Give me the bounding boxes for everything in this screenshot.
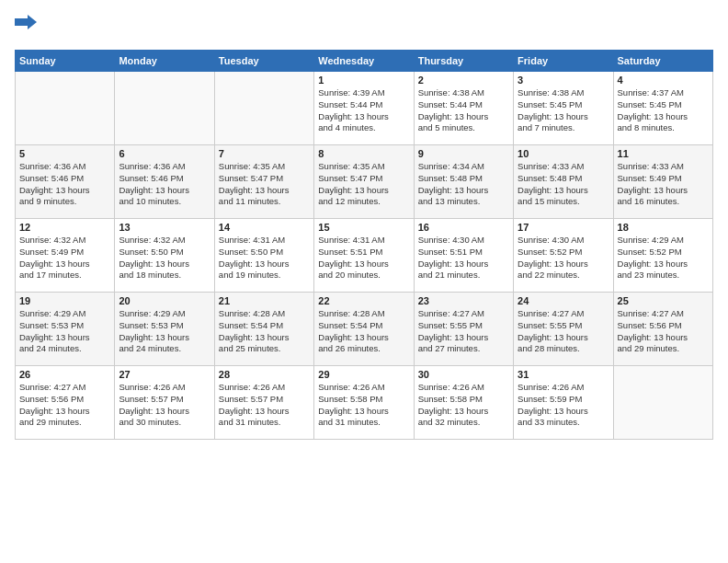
day-number: 23 <box>418 295 509 306</box>
calendar-cell: 19Sunrise: 4:29 AM Sunset: 5:53 PM Dayli… <box>16 293 115 366</box>
calendar-cell: 10Sunrise: 4:33 AM Sunset: 5:48 PM Dayli… <box>514 145 613 219</box>
calendar-cell: 26Sunrise: 4:27 AM Sunset: 5:56 PM Dayli… <box>16 366 115 440</box>
calendar-cell: 14Sunrise: 4:31 AM Sunset: 5:50 PM Dayli… <box>214 219 313 293</box>
day-number: 15 <box>318 222 409 233</box>
day-info: Sunrise: 4:33 AM Sunset: 5:49 PM Dayligh… <box>618 161 709 208</box>
day-info: Sunrise: 4:29 AM Sunset: 5:52 PM Dayligh… <box>618 235 709 282</box>
day-info: Sunrise: 4:31 AM Sunset: 5:50 PM Dayligh… <box>219 235 310 282</box>
day-number: 1 <box>318 75 409 86</box>
day-info: Sunrise: 4:35 AM Sunset: 5:47 PM Dayligh… <box>318 161 409 208</box>
calendar-cell <box>115 72 214 145</box>
weekday-header-tuesday: Tuesday <box>214 51 313 72</box>
calendar-cell: 30Sunrise: 4:26 AM Sunset: 5:58 PM Dayli… <box>414 366 513 440</box>
calendar-cell: 7Sunrise: 4:35 AM Sunset: 5:47 PM Daylig… <box>214 145 313 219</box>
day-info: Sunrise: 4:32 AM Sunset: 5:49 PM Dayligh… <box>19 235 110 282</box>
calendar-cell: 22Sunrise: 4:28 AM Sunset: 5:54 PM Dayli… <box>314 293 414 366</box>
week-row-5: 26Sunrise: 4:27 AM Sunset: 5:56 PM Dayli… <box>16 366 713 440</box>
day-number: 26 <box>19 369 110 380</box>
day-info: Sunrise: 4:37 AM Sunset: 5:45 PM Dayligh… <box>618 87 709 134</box>
week-row-2: 5Sunrise: 4:36 AM Sunset: 5:46 PM Daylig… <box>16 145 713 219</box>
day-info: Sunrise: 4:39 AM Sunset: 5:44 PM Dayligh… <box>318 87 409 134</box>
day-number: 9 <box>418 148 509 159</box>
day-number: 13 <box>119 222 210 233</box>
day-number: 16 <box>418 222 509 233</box>
day-info: Sunrise: 4:38 AM Sunset: 5:45 PM Dayligh… <box>518 87 609 134</box>
day-info: Sunrise: 4:27 AM Sunset: 5:56 PM Dayligh… <box>19 382 110 429</box>
day-info: Sunrise: 4:26 AM Sunset: 5:58 PM Dayligh… <box>418 382 509 429</box>
day-number: 3 <box>518 75 609 86</box>
calendar-cell <box>613 366 712 440</box>
day-number: 10 <box>518 148 609 159</box>
week-row-1: 1Sunrise: 4:39 AM Sunset: 5:44 PM Daylig… <box>16 72 713 145</box>
day-number: 14 <box>219 222 310 233</box>
calendar-cell: 3Sunrise: 4:38 AM Sunset: 5:45 PM Daylig… <box>514 72 613 145</box>
day-number: 8 <box>318 148 409 159</box>
day-info: Sunrise: 4:33 AM Sunset: 5:48 PM Dayligh… <box>518 161 609 208</box>
day-number: 4 <box>618 75 709 86</box>
day-info: Sunrise: 4:26 AM Sunset: 5:58 PM Dayligh… <box>318 382 409 429</box>
week-row-3: 12Sunrise: 4:32 AM Sunset: 5:49 PM Dayli… <box>16 219 713 293</box>
day-info: Sunrise: 4:30 AM Sunset: 5:52 PM Dayligh… <box>518 235 609 282</box>
calendar-cell: 1Sunrise: 4:39 AM Sunset: 5:44 PM Daylig… <box>314 72 414 145</box>
calendar-cell: 18Sunrise: 4:29 AM Sunset: 5:52 PM Dayli… <box>613 219 712 293</box>
calendar-cell: 20Sunrise: 4:29 AM Sunset: 5:53 PM Dayli… <box>115 293 214 366</box>
day-info: Sunrise: 4:35 AM Sunset: 5:47 PM Dayligh… <box>219 161 310 208</box>
calendar-cell: 23Sunrise: 4:27 AM Sunset: 5:55 PM Dayli… <box>414 293 513 366</box>
day-number: 7 <box>219 148 310 159</box>
logo-icon <box>15 15 37 40</box>
calendar-cell: 27Sunrise: 4:26 AM Sunset: 5:57 PM Dayli… <box>115 366 214 440</box>
day-number: 12 <box>19 222 110 233</box>
calendar-cell: 12Sunrise: 4:32 AM Sunset: 5:49 PM Dayli… <box>16 219 115 293</box>
calendar-cell: 5Sunrise: 4:36 AM Sunset: 5:46 PM Daylig… <box>16 145 115 219</box>
calendar-cell: 6Sunrise: 4:36 AM Sunset: 5:46 PM Daylig… <box>115 145 214 219</box>
day-info: Sunrise: 4:32 AM Sunset: 5:50 PM Dayligh… <box>119 235 210 282</box>
day-info: Sunrise: 4:29 AM Sunset: 5:53 PM Dayligh… <box>119 308 210 355</box>
day-number: 6 <box>119 148 210 159</box>
calendar-cell: 16Sunrise: 4:30 AM Sunset: 5:51 PM Dayli… <box>414 219 513 293</box>
day-number: 18 <box>618 222 709 233</box>
day-info: Sunrise: 4:38 AM Sunset: 5:44 PM Dayligh… <box>418 87 509 134</box>
day-info: Sunrise: 4:26 AM Sunset: 5:57 PM Dayligh… <box>119 382 210 429</box>
calendar-cell: 13Sunrise: 4:32 AM Sunset: 5:50 PM Dayli… <box>115 219 214 293</box>
day-info: Sunrise: 4:29 AM Sunset: 5:53 PM Dayligh… <box>19 308 110 355</box>
calendar-cell: 29Sunrise: 4:26 AM Sunset: 5:58 PM Dayli… <box>314 366 414 440</box>
page-header <box>15 15 713 40</box>
calendar-cell: 17Sunrise: 4:30 AM Sunset: 5:52 PM Dayli… <box>514 219 613 293</box>
day-number: 24 <box>518 295 609 306</box>
calendar-cell: 31Sunrise: 4:26 AM Sunset: 5:59 PM Dayli… <box>514 366 613 440</box>
day-info: Sunrise: 4:27 AM Sunset: 5:55 PM Dayligh… <box>418 308 509 355</box>
day-number: 30 <box>418 369 509 380</box>
day-info: Sunrise: 4:27 AM Sunset: 5:56 PM Dayligh… <box>618 308 709 355</box>
day-number: 28 <box>219 369 310 380</box>
day-info: Sunrise: 4:26 AM Sunset: 5:59 PM Dayligh… <box>518 382 609 429</box>
day-info: Sunrise: 4:36 AM Sunset: 5:46 PM Dayligh… <box>19 161 110 208</box>
day-number: 17 <box>518 222 609 233</box>
calendar-cell: 15Sunrise: 4:31 AM Sunset: 5:51 PM Dayli… <box>314 219 414 293</box>
day-info: Sunrise: 4:31 AM Sunset: 5:51 PM Dayligh… <box>318 235 409 282</box>
day-number: 27 <box>119 369 210 380</box>
logo <box>15 15 40 40</box>
calendar-cell: 2Sunrise: 4:38 AM Sunset: 5:44 PM Daylig… <box>414 72 513 145</box>
calendar-cell: 24Sunrise: 4:27 AM Sunset: 5:55 PM Dayli… <box>514 293 613 366</box>
day-info: Sunrise: 4:34 AM Sunset: 5:48 PM Dayligh… <box>418 161 509 208</box>
weekday-header-thursday: Thursday <box>414 51 513 72</box>
calendar-cell: 28Sunrise: 4:26 AM Sunset: 5:57 PM Dayli… <box>214 366 313 440</box>
calendar-cell: 25Sunrise: 4:27 AM Sunset: 5:56 PM Dayli… <box>613 293 712 366</box>
calendar-cell: 4Sunrise: 4:37 AM Sunset: 5:45 PM Daylig… <box>613 72 712 145</box>
day-number: 21 <box>219 295 310 306</box>
calendar-cell: 9Sunrise: 4:34 AM Sunset: 5:48 PM Daylig… <box>414 145 513 219</box>
weekday-header-monday: Monday <box>115 51 214 72</box>
calendar-cell <box>214 72 313 145</box>
weekday-header-wednesday: Wednesday <box>314 51 414 72</box>
weekday-header-friday: Friday <box>514 51 613 72</box>
calendar-table: SundayMondayTuesdayWednesdayThursdayFrid… <box>15 50 713 440</box>
day-number: 19 <box>19 295 110 306</box>
day-info: Sunrise: 4:36 AM Sunset: 5:46 PM Dayligh… <box>119 161 210 208</box>
calendar-cell: 8Sunrise: 4:35 AM Sunset: 5:47 PM Daylig… <box>314 145 414 219</box>
day-info: Sunrise: 4:28 AM Sunset: 5:54 PM Dayligh… <box>219 308 310 355</box>
weekday-header-row: SundayMondayTuesdayWednesdayThursdayFrid… <box>16 51 713 72</box>
day-number: 25 <box>618 295 709 306</box>
calendar-cell: 11Sunrise: 4:33 AM Sunset: 5:49 PM Dayli… <box>613 145 712 219</box>
week-row-4: 19Sunrise: 4:29 AM Sunset: 5:53 PM Dayli… <box>16 293 713 366</box>
day-info: Sunrise: 4:30 AM Sunset: 5:51 PM Dayligh… <box>418 235 509 282</box>
